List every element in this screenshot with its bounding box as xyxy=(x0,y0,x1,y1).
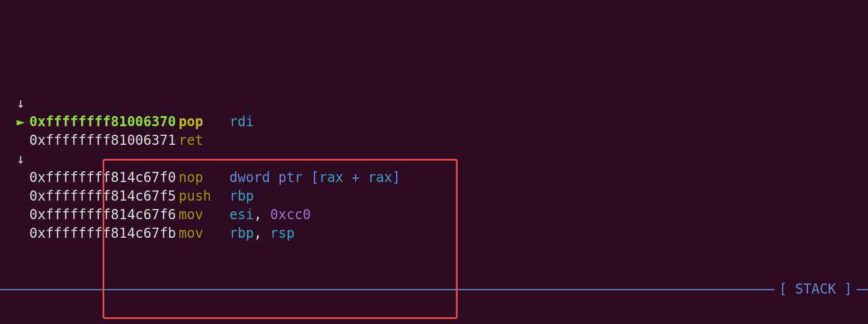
disasm-mnemonic: nop xyxy=(179,168,229,187)
disasm-marker: ↓ xyxy=(0,94,29,113)
disasm-line: 0xffffffff81006371ret xyxy=(0,131,868,150)
disasm-marker xyxy=(0,206,29,224)
stack-section-header: [ STACK ] xyxy=(0,280,868,299)
disasm-marker: ↓ xyxy=(0,150,29,168)
disasm-line: 0xffffffff814c67fbmovrbp, rsp xyxy=(0,224,868,243)
disasm-line: ►0xffffffff81006370poprdi xyxy=(0,113,868,131)
disasm-line: 0xffffffff814c67f6movesi, 0xcc0 xyxy=(0,206,868,224)
disasm-marker xyxy=(0,187,29,206)
disasm-line: ↓ xyxy=(0,150,868,168)
stack-section-label: [ STACK ] xyxy=(774,280,857,299)
disasm-address: 0xffffffff814c67f5 xyxy=(29,187,179,206)
disasm-address: 0xffffffff814c67f6 xyxy=(29,206,179,224)
disasm-marker xyxy=(0,168,29,187)
disasm-mnemonic: ret xyxy=(179,131,229,150)
disasm-mnemonic: mov xyxy=(179,224,229,243)
disasm-mnemonic: push xyxy=(179,187,229,206)
disasm-marker xyxy=(0,224,29,243)
disasm-operands: esi, 0xcc0 xyxy=(229,207,311,223)
disasm-line: ↓ xyxy=(0,94,868,113)
disasm-marker xyxy=(0,131,29,150)
disassembly-panel: ↓►0xffffffff81006370poprdi 0xffffffff810… xyxy=(0,93,868,243)
disasm-operands: rdi xyxy=(229,114,254,130)
disasm-address: 0xffffffff814c67f0 xyxy=(29,168,179,187)
disasm-operands: rbp, rsp xyxy=(229,225,295,241)
disasm-marker: ► xyxy=(0,113,29,131)
disasm-address: 0xffffffff81006371 xyxy=(29,131,179,150)
disasm-line: 0xffffffff814c67f5pushrbp xyxy=(0,187,868,206)
disasm-mnemonic: pop xyxy=(179,113,229,131)
disasm-address: 0xffffffff814c67fb xyxy=(29,224,179,243)
disasm-operands: dword ptr [rax + rax] xyxy=(229,170,400,185)
disasm-line: 0xffffffff814c67f0nopdword ptr [rax + ra… xyxy=(0,168,868,187)
disasm-mnemonic: mov xyxy=(179,206,229,224)
disasm-address: 0xffffffff81006370 xyxy=(29,113,179,131)
disasm-operands: rbp xyxy=(229,188,254,204)
